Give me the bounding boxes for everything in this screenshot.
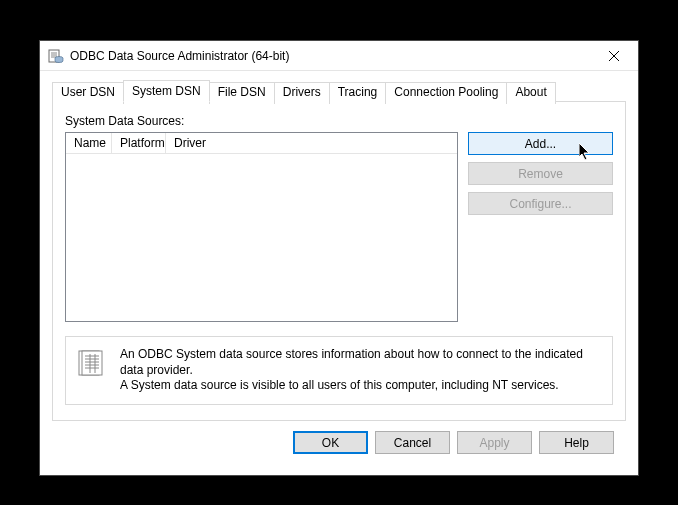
window-title: ODBC Data Source Administrator (64-bit) [70, 49, 591, 63]
section-label: System Data Sources: [65, 114, 613, 128]
client-area: User DSN System DSN File DSN Drivers Tra… [40, 71, 638, 464]
svg-rect-8 [82, 351, 102, 375]
tab-user-dsn[interactable]: User DSN [52, 82, 124, 104]
col-driver[interactable]: Driver [166, 133, 457, 153]
tab-panel-system-dsn: System Data Sources: Name Platform Drive… [52, 101, 626, 421]
apply-button: Apply [457, 431, 532, 454]
col-platform[interactable]: Platform [112, 133, 166, 153]
tabstrip: User DSN System DSN File DSN Drivers Tra… [52, 80, 626, 102]
remove-button: Remove [468, 162, 613, 185]
info-line-2: A System data source is visible to all u… [120, 378, 559, 392]
odbc-admin-window: ODBC Data Source Administrator (64-bit) … [39, 40, 639, 476]
close-button[interactable] [591, 41, 636, 70]
list-header: Name Platform Driver [66, 133, 457, 154]
tab-connection-pooling[interactable]: Connection Pooling [385, 82, 507, 104]
tab-about[interactable]: About [506, 82, 555, 104]
tab-file-dsn[interactable]: File DSN [209, 82, 275, 104]
configure-button: Configure... [468, 192, 613, 215]
cancel-button[interactable]: Cancel [375, 431, 450, 454]
tab-tracing[interactable]: Tracing [329, 82, 387, 104]
ok-button[interactable]: OK [293, 431, 368, 454]
data-sources-list[interactable]: Name Platform Driver [65, 132, 458, 322]
content-row: Name Platform Driver Add... Remove Confi… [65, 132, 613, 322]
app-icon [48, 48, 64, 64]
titlebar: ODBC Data Source Administrator (64-bit) [40, 41, 638, 71]
info-text: An ODBC System data source stores inform… [120, 347, 602, 394]
col-name[interactable]: Name [66, 133, 112, 153]
info-icon [76, 347, 108, 379]
dialog-buttons: OK Cancel Apply Help [52, 421, 626, 454]
side-buttons: Add... Remove Configure... [468, 132, 613, 322]
add-button[interactable]: Add... [468, 132, 613, 155]
help-button[interactable]: Help [539, 431, 614, 454]
tab-drivers[interactable]: Drivers [274, 82, 330, 104]
tab-system-dsn[interactable]: System DSN [123, 80, 210, 102]
info-line-1: An ODBC System data source stores inform… [120, 347, 583, 377]
info-box: An ODBC System data source stores inform… [65, 336, 613, 405]
